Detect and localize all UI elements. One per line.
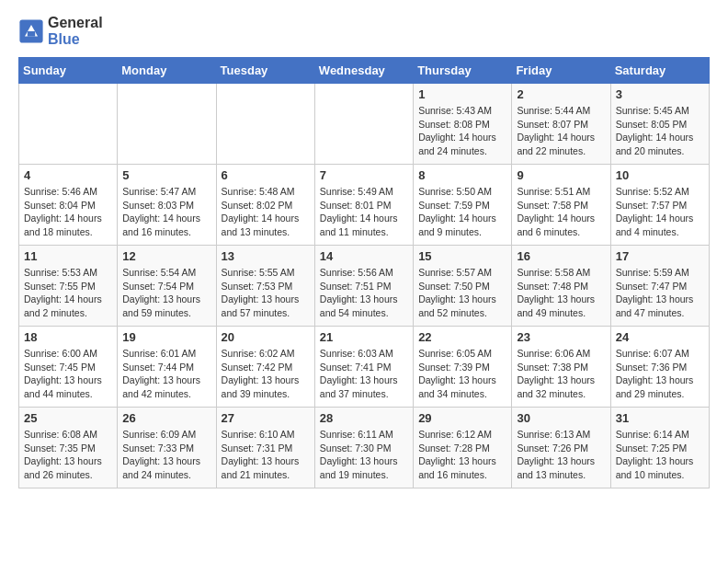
calendar-cell: 24Sunrise: 6:07 AMSunset: 7:36 PMDayligh… bbox=[610, 327, 709, 408]
day-info: Sunrise: 6:02 AMSunset: 7:42 PMDaylight:… bbox=[222, 347, 310, 401]
calendar-cell bbox=[314, 84, 413, 165]
day-number: 24 bbox=[616, 330, 704, 344]
day-info: Sunrise: 5:44 AMSunset: 8:07 PMDaylight:… bbox=[517, 104, 605, 158]
day-number: 2 bbox=[517, 87, 605, 101]
day-header-sunday: Sunday bbox=[19, 58, 118, 84]
day-info: Sunrise: 5:50 AMSunset: 7:59 PMDaylight:… bbox=[418, 185, 506, 239]
calendar-cell bbox=[118, 84, 216, 165]
day-number: 30 bbox=[517, 411, 605, 425]
week-row-5: 25Sunrise: 6:08 AMSunset: 7:35 PMDayligh… bbox=[19, 408, 710, 488]
day-info: Sunrise: 6:13 AMSunset: 7:26 PMDaylight:… bbox=[517, 428, 605, 482]
calendar-cell: 31Sunrise: 6:14 AMSunset: 7:25 PMDayligh… bbox=[610, 408, 709, 488]
calendar-cell: 19Sunrise: 6:01 AMSunset: 7:44 PMDayligh… bbox=[118, 327, 216, 408]
calendar-cell: 18Sunrise: 6:00 AMSunset: 7:45 PMDayligh… bbox=[19, 327, 118, 408]
calendar-cell: 5Sunrise: 5:47 AMSunset: 8:03 PMDaylight… bbox=[118, 165, 216, 246]
day-info: Sunrise: 6:05 AMSunset: 7:39 PMDaylight:… bbox=[418, 347, 506, 401]
day-number: 21 bbox=[320, 330, 408, 344]
day-number: 9 bbox=[517, 168, 605, 182]
calendar-cell: 23Sunrise: 6:06 AMSunset: 7:38 PMDayligh… bbox=[512, 327, 610, 408]
day-info: Sunrise: 6:08 AMSunset: 7:35 PMDaylight:… bbox=[24, 428, 112, 482]
day-info: Sunrise: 5:45 AMSunset: 8:05 PMDaylight:… bbox=[616, 104, 704, 158]
day-info: Sunrise: 6:03 AMSunset: 7:41 PMDaylight:… bbox=[320, 347, 408, 401]
header: General Blue bbox=[18, 15, 710, 48]
calendar-cell: 7Sunrise: 5:49 AMSunset: 8:01 PMDaylight… bbox=[314, 165, 413, 246]
day-info: Sunrise: 5:57 AMSunset: 7:50 PMDaylight:… bbox=[418, 266, 506, 320]
calendar-cell: 27Sunrise: 6:10 AMSunset: 7:31 PMDayligh… bbox=[216, 408, 314, 488]
day-header-monday: Monday bbox=[118, 58, 216, 84]
day-number: 3 bbox=[616, 87, 704, 101]
calendar-cell: 20Sunrise: 6:02 AMSunset: 7:42 PMDayligh… bbox=[216, 327, 314, 408]
day-number: 15 bbox=[418, 249, 506, 263]
calendar-cell: 21Sunrise: 6:03 AMSunset: 7:41 PMDayligh… bbox=[314, 327, 413, 408]
day-info: Sunrise: 6:11 AMSunset: 7:30 PMDaylight:… bbox=[320, 428, 408, 482]
calendar-cell: 4Sunrise: 5:46 AMSunset: 8:04 PMDaylight… bbox=[19, 165, 118, 246]
day-info: Sunrise: 6:00 AMSunset: 7:45 PMDaylight:… bbox=[24, 347, 112, 401]
calendar-cell: 14Sunrise: 5:56 AMSunset: 7:51 PMDayligh… bbox=[314, 246, 413, 327]
calendar-cell: 17Sunrise: 5:59 AMSunset: 7:47 PMDayligh… bbox=[610, 246, 709, 327]
day-number: 26 bbox=[122, 411, 210, 425]
day-info: Sunrise: 5:53 AMSunset: 7:55 PMDaylight:… bbox=[24, 266, 112, 320]
day-number: 23 bbox=[517, 330, 605, 344]
day-header-thursday: Thursday bbox=[414, 58, 512, 84]
day-info: Sunrise: 6:06 AMSunset: 7:38 PMDaylight:… bbox=[517, 347, 605, 401]
calendar-cell: 15Sunrise: 5:57 AMSunset: 7:50 PMDayligh… bbox=[414, 246, 512, 327]
day-number: 8 bbox=[418, 168, 506, 182]
day-header-saturday: Saturday bbox=[610, 58, 709, 84]
day-header-friday: Friday bbox=[512, 58, 610, 84]
calendar-cell: 3Sunrise: 5:45 AMSunset: 8:05 PMDaylight… bbox=[610, 84, 709, 165]
day-header-tuesday: Tuesday bbox=[216, 58, 314, 84]
day-number: 29 bbox=[418, 411, 506, 425]
calendar-cell: 28Sunrise: 6:11 AMSunset: 7:30 PMDayligh… bbox=[314, 408, 413, 488]
day-number: 31 bbox=[616, 411, 704, 425]
day-number: 14 bbox=[320, 249, 408, 263]
calendar-cell: 25Sunrise: 6:08 AMSunset: 7:35 PMDayligh… bbox=[19, 408, 118, 488]
day-number: 25 bbox=[24, 411, 112, 425]
day-number: 27 bbox=[222, 411, 310, 425]
logo: General Blue bbox=[18, 15, 103, 48]
day-number: 10 bbox=[616, 168, 704, 182]
calendar-cell: 1Sunrise: 5:43 AMSunset: 8:08 PMDaylight… bbox=[414, 84, 512, 165]
calendar-cell: 13Sunrise: 5:55 AMSunset: 7:53 PMDayligh… bbox=[216, 246, 314, 327]
calendar-table: SundayMondayTuesdayWednesdayThursdayFrid… bbox=[18, 57, 710, 488]
day-info: Sunrise: 5:59 AMSunset: 7:47 PMDaylight:… bbox=[616, 266, 704, 320]
day-info: Sunrise: 5:51 AMSunset: 7:58 PMDaylight:… bbox=[517, 185, 605, 239]
day-number: 1 bbox=[418, 87, 506, 101]
day-info: Sunrise: 5:47 AMSunset: 8:03 PMDaylight:… bbox=[122, 185, 210, 239]
calendar-cell: 30Sunrise: 6:13 AMSunset: 7:26 PMDayligh… bbox=[512, 408, 610, 488]
day-info: Sunrise: 6:09 AMSunset: 7:33 PMDaylight:… bbox=[122, 428, 210, 482]
day-number: 6 bbox=[222, 168, 310, 182]
day-number: 16 bbox=[517, 249, 605, 263]
week-row-3: 11Sunrise: 5:53 AMSunset: 7:55 PMDayligh… bbox=[19, 246, 710, 327]
calendar-cell: 10Sunrise: 5:52 AMSunset: 7:57 PMDayligh… bbox=[610, 165, 709, 246]
day-info: Sunrise: 5:55 AMSunset: 7:53 PMDaylight:… bbox=[222, 266, 310, 320]
day-number: 11 bbox=[24, 249, 112, 263]
calendar-cell: 29Sunrise: 6:12 AMSunset: 7:28 PMDayligh… bbox=[414, 408, 512, 488]
day-number: 4 bbox=[24, 168, 112, 182]
week-row-1: 1Sunrise: 5:43 AMSunset: 8:08 PMDaylight… bbox=[19, 84, 710, 165]
day-info: Sunrise: 5:46 AMSunset: 8:04 PMDaylight:… bbox=[24, 185, 112, 239]
day-info: Sunrise: 5:43 AMSunset: 8:08 PMDaylight:… bbox=[418, 104, 506, 158]
day-info: Sunrise: 5:49 AMSunset: 8:01 PMDaylight:… bbox=[320, 185, 408, 239]
week-row-4: 18Sunrise: 6:00 AMSunset: 7:45 PMDayligh… bbox=[19, 327, 710, 408]
day-info: Sunrise: 6:10 AMSunset: 7:31 PMDaylight:… bbox=[222, 428, 310, 482]
calendar-cell: 8Sunrise: 5:50 AMSunset: 7:59 PMDaylight… bbox=[414, 165, 512, 246]
header-row: SundayMondayTuesdayWednesdayThursdayFrid… bbox=[19, 58, 710, 84]
calendar-cell: 16Sunrise: 5:58 AMSunset: 7:48 PMDayligh… bbox=[512, 246, 610, 327]
calendar-cell: 9Sunrise: 5:51 AMSunset: 7:58 PMDaylight… bbox=[512, 165, 610, 246]
day-number: 18 bbox=[24, 330, 112, 344]
calendar-cell: 22Sunrise: 6:05 AMSunset: 7:39 PMDayligh… bbox=[414, 327, 512, 408]
logo-icon bbox=[18, 18, 44, 44]
day-info: Sunrise: 5:52 AMSunset: 7:57 PMDaylight:… bbox=[616, 185, 704, 239]
day-info: Sunrise: 5:48 AMSunset: 8:02 PMDaylight:… bbox=[222, 185, 310, 239]
svg-rect-2 bbox=[28, 31, 35, 37]
day-number: 13 bbox=[222, 249, 310, 263]
day-info: Sunrise: 6:01 AMSunset: 7:44 PMDaylight:… bbox=[122, 347, 210, 401]
calendar-cell: 6Sunrise: 5:48 AMSunset: 8:02 PMDaylight… bbox=[216, 165, 314, 246]
day-info: Sunrise: 5:54 AMSunset: 7:54 PMDaylight:… bbox=[122, 266, 210, 320]
day-info: Sunrise: 6:12 AMSunset: 7:28 PMDaylight:… bbox=[418, 428, 506, 482]
day-number: 28 bbox=[320, 411, 408, 425]
day-info: Sunrise: 6:07 AMSunset: 7:36 PMDaylight:… bbox=[616, 347, 704, 401]
day-number: 5 bbox=[122, 168, 210, 182]
calendar-cell: 12Sunrise: 5:54 AMSunset: 7:54 PMDayligh… bbox=[118, 246, 216, 327]
day-number: 7 bbox=[320, 168, 408, 182]
